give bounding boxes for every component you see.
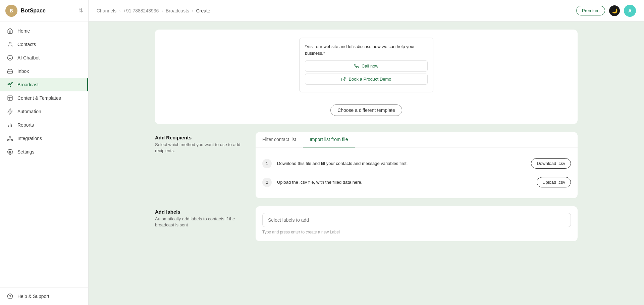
svg-point-16 [9, 151, 11, 153]
content-icon [7, 95, 13, 101]
svg-marker-6 [8, 109, 12, 114]
labels-description: Automatically add labels to contacts if … [155, 216, 242, 228]
step-1-row: 1 Download this file and fill your conta… [262, 154, 571, 173]
sidebar-item-reports[interactable]: Reports [0, 118, 88, 132]
svg-marker-4 [8, 82, 13, 85]
svg-point-10 [9, 136, 11, 138]
labels-section-content: Type and press enter to create a new Lab… [256, 206, 578, 241]
breadcrumb-broadcasts[interactable]: Broadcasts [166, 8, 189, 13]
recipients-heading: Add Recipients [155, 135, 242, 140]
topbar: Channels › +91 7888243936 › Broadcasts ›… [89, 0, 644, 21]
help-icon [7, 293, 13, 300]
premium-button[interactable]: Premium [576, 6, 605, 15]
step-2-row: 2 Upload the .csv file, with the filled … [262, 173, 571, 191]
recipients-description: Select which method you want to use to a… [155, 142, 242, 154]
main-area: Channels › +91 7888243936 › Broadcasts ›… [89, 0, 644, 305]
sidebar-item-home-label: Home [17, 28, 30, 34]
svg-rect-5 [8, 96, 12, 100]
sidebar-item-content-templates-label: Content & Templates [17, 95, 61, 101]
template-preview-text: *Visit our website and let's discuss how… [305, 43, 428, 56]
step-2-number: 2 [262, 178, 272, 187]
sidebar-item-contacts-label: Contacts [17, 42, 36, 47]
import-tab-content: 1 Download this file and fill your conta… [256, 147, 578, 198]
breadcrumb: Channels › +91 7888243936 › Broadcasts ›… [97, 8, 210, 13]
inbox-icon [7, 68, 13, 75]
topbar-right: Premium 🌙 A [576, 5, 636, 17]
breadcrumb-sep-2: › [161, 8, 163, 13]
nav-menu: Home Contacts AI Chatbot Inbox [0, 21, 88, 287]
sidebar-item-ai-chatbot-label: AI Chatbot [17, 55, 40, 60]
automation-icon [7, 108, 13, 115]
breadcrumb-sep-3: › [192, 8, 194, 13]
reports-icon [7, 122, 13, 128]
step-1-number: 1 [262, 159, 272, 168]
breadcrumb-channels[interactable]: Channels [97, 8, 116, 13]
call-now-label: Call now [362, 63, 378, 69]
phone-icon [354, 64, 359, 69]
user-avatar[interactable]: A [624, 5, 636, 17]
breadcrumb-phone[interactable]: +91 7888243936 [123, 8, 159, 13]
labels-input[interactable] [262, 213, 571, 227]
svg-line-15 [11, 139, 11, 140]
labels-card: Type and press enter to create a new Lab… [256, 206, 578, 241]
sidebar-item-broadcast-label: Broadcast [17, 82, 39, 87]
template-call-btn[interactable]: Call now [305, 60, 428, 72]
content-inner: *Visit our website and let's discuss how… [142, 21, 591, 263]
labels-section-label: Add labels Automatically add labels to c… [155, 206, 242, 228]
svg-line-14 [9, 139, 10, 140]
labels-hint: Type and press enter to create a new Lab… [262, 230, 571, 234]
recipients-card: Filter contact list Import list from fil… [256, 132, 578, 198]
recipients-tab-bar: Filter contact list Import list from fil… [256, 132, 578, 147]
upload-csv-button[interactable]: Upload .csv [537, 177, 571, 187]
sidebar-footer: Help & Support [0, 287, 88, 305]
sidebar-item-inbox[interactable]: Inbox [0, 64, 88, 78]
sidebar-item-integrations[interactable]: Integrations [0, 132, 88, 145]
moon-icon: 🌙 [612, 8, 618, 13]
sidebar-item-settings-label: Settings [17, 149, 35, 155]
brand-name: BotSpace [21, 8, 75, 14]
template-preview-card: *Visit our website and let's discuss how… [155, 30, 578, 124]
labels-section: Add labels Automatically add labels to c… [155, 206, 578, 241]
sidebar: B BotSpace ⇅ Home Contacts AI Chatbot [0, 0, 89, 305]
content-area: *Visit our website and let's discuss how… [89, 21, 644, 305]
svg-point-0 [9, 42, 11, 44]
broadcast-icon [7, 81, 13, 88]
help-support-label: Help & Support [17, 294, 49, 299]
sidebar-item-ai-chatbot[interactable]: AI Chatbot [0, 51, 88, 64]
sidebar-item-reports-label: Reports [17, 122, 34, 128]
sidebar-item-inbox-label: Inbox [17, 69, 29, 74]
theme-toggle-button[interactable]: 🌙 [609, 5, 620, 16]
sidebar-header: B BotSpace ⇅ [0, 0, 88, 21]
step-1-text: Download this file and fill your contact… [277, 161, 526, 166]
sidebar-item-automation[interactable]: Automation [0, 105, 88, 118]
template-demo-btn[interactable]: Book a Product Demo [305, 74, 428, 85]
sidebar-item-broadcast[interactable]: Broadcast [0, 78, 88, 91]
recipients-section-content: Filter contact list Import list from fil… [256, 132, 578, 198]
sidebar-item-settings[interactable]: Settings [0, 145, 88, 159]
home-icon [7, 28, 13, 34]
tab-filter-contact[interactable]: Filter contact list [256, 132, 303, 147]
sidebar-item-home[interactable]: Home [0, 24, 88, 38]
sidebar-item-content-templates[interactable]: Content & Templates [0, 91, 88, 105]
sidebar-item-automation-label: Automation [17, 109, 41, 114]
step-2-text: Upload the .csv file, with the filled da… [277, 180, 531, 185]
tab-import-file[interactable]: Import list from file [303, 132, 355, 147]
recipients-section-label: Add Recipients Select which method you w… [155, 132, 242, 154]
sidebar-toggle-icon[interactable]: ⇅ [78, 7, 83, 14]
labels-heading: Add labels [155, 209, 242, 215]
choose-template-button[interactable]: Choose a different template [330, 104, 402, 116]
contacts-icon [7, 41, 13, 48]
breadcrumb-current: Create [196, 8, 210, 13]
download-csv-button[interactable]: Download .csv [531, 158, 571, 169]
help-support-item[interactable]: Help & Support [7, 293, 82, 300]
breadcrumb-sep-1: › [119, 8, 121, 13]
settings-icon [7, 148, 13, 155]
sidebar-item-integrations-label: Integrations [17, 136, 42, 141]
svg-line-19 [343, 77, 345, 79]
sidebar-item-contacts[interactable]: Contacts [0, 38, 88, 51]
integrations-icon [7, 135, 13, 142]
recipients-section: Add Recipients Select which method you w… [155, 132, 578, 198]
template-preview-box: *Visit our website and let's discuss how… [299, 38, 433, 92]
book-demo-label: Book a Product Demo [348, 77, 391, 82]
brand-avatar: B [5, 5, 17, 17]
